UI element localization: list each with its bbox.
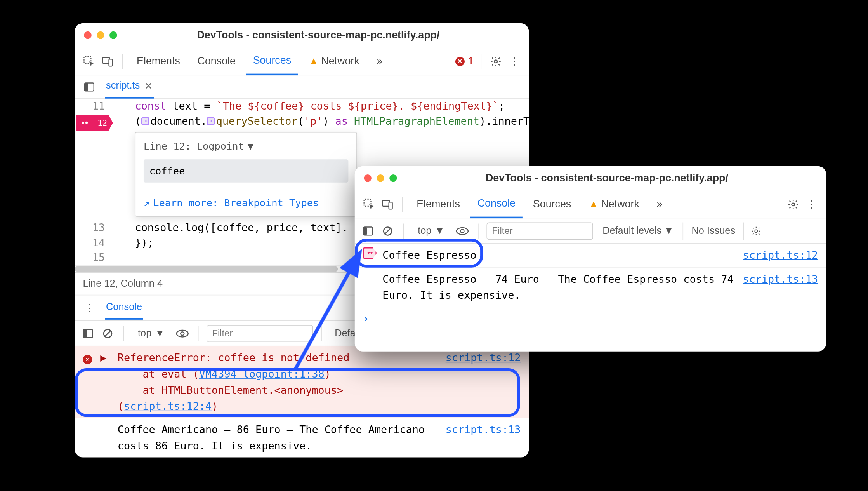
log-text: Coffee Americano – 86 Euro – The Coffee … — [118, 421, 440, 454]
traffic-lights — [364, 174, 397, 182]
log-source-link[interactable]: script.ts:13 — [743, 271, 818, 287]
live-expression-icon[interactable] — [175, 326, 190, 341]
error-badge[interactable]: ✕ 1 — [455, 55, 474, 67]
stack-link-vm[interactable]: VM4394 logpoint:1:38 — [199, 368, 325, 380]
file-tabs: script.ts ✕ — [75, 75, 529, 99]
device-toolbar-icon[interactable] — [380, 197, 395, 212]
svg-rect-5 — [85, 83, 88, 91]
svg-point-11 — [181, 331, 184, 335]
error-source-link[interactable]: script.ts:12 — [446, 350, 521, 366]
minimize-window-button[interactable] — [97, 31, 104, 39]
gutter-line-14[interactable]: 14 — [75, 235, 115, 250]
minimize-window-button[interactable] — [377, 174, 384, 182]
svg-line-9 — [105, 330, 111, 336]
close-window-button[interactable] — [84, 31, 91, 39]
breakpoint-editor: Line 12: Logpoint▼ ↗ Learn more: Breakpo… — [135, 132, 357, 217]
file-tab-label: script.ts — [106, 80, 140, 92]
logpoint-expression-input[interactable] — [149, 165, 343, 177]
gutter-line-11[interactable]: 11 — [75, 99, 115, 114]
inspect-element-icon[interactable] — [82, 54, 97, 69]
gutter-line-12[interactable]: •• 12 — [75, 113, 115, 129]
context-selector[interactable]: top▼ — [132, 325, 170, 341]
more-tabs-button[interactable]: » — [370, 48, 389, 75]
breakpoint-line-label: Line 12: — [144, 139, 191, 154]
clear-console-icon[interactable] — [380, 223, 395, 239]
tab-network[interactable]: ▲Network — [582, 191, 646, 218]
device-toolbar-icon[interactable] — [100, 54, 115, 69]
tab-console[interactable]: Console — [470, 191, 523, 218]
kebab-menu-icon[interactable]: ⋮ — [507, 54, 522, 69]
window-title: DevTools - consistent-source-map-pc.netl… — [397, 172, 817, 184]
clear-console-icon[interactable] — [100, 326, 115, 341]
breakpoint-learn-more-link[interactable]: ↗ Learn more: Breakpoint Types — [144, 195, 348, 211]
svg-rect-7 — [83, 329, 87, 337]
svg-point-3 — [495, 60, 497, 63]
console-messages: •• Coffee Espresso script.ts:12 Coffee E… — [355, 244, 826, 330]
console-messages: ✕ ▶ ReferenceError: coffee is not define… — [75, 346, 529, 457]
cursor-position: Line 12, Column 4 — [83, 278, 163, 290]
stack-link-script[interactable]: script.ts:12:4 — [124, 400, 212, 412]
svg-rect-18 — [363, 227, 367, 235]
tab-network[interactable]: ▲Network — [302, 48, 366, 75]
console-filter-input[interactable] — [207, 325, 313, 342]
log-source-link[interactable]: script.ts:13 — [446, 421, 521, 438]
settings-icon[interactable] — [488, 54, 503, 69]
file-tab-script-ts[interactable]: script.ts ✕ — [105, 75, 154, 98]
console-sidebar-icon[interactable] — [361, 223, 376, 239]
tab-network-label: Network — [321, 55, 359, 67]
context-selector[interactable]: top▼ — [412, 223, 450, 239]
console-settings-icon[interactable] — [748, 223, 764, 239]
tab-sources[interactable]: Sources — [526, 191, 578, 218]
live-expression-icon[interactable] — [455, 223, 470, 239]
svg-point-21 — [457, 227, 469, 234]
error-text: ReferenceError: coffee is not defined at… — [118, 350, 440, 414]
logpoint-source-link[interactable]: script.ts:12 — [743, 247, 818, 264]
console-logpoint-message: •• Coffee Espresso script.ts:12 — [355, 244, 826, 268]
svg-rect-2 — [109, 59, 113, 66]
close-tab-icon[interactable]: ✕ — [144, 80, 153, 92]
console-filter-input[interactable] — [487, 222, 593, 240]
gutter-line-15[interactable]: 15 — [75, 250, 115, 265]
logpoint-marker[interactable]: •• 12 — [76, 115, 113, 131]
more-tabs-button[interactable]: » — [650, 191, 670, 218]
error-icon: ✕ — [83, 355, 92, 364]
window-title: DevTools - consistent-source-map-pc.netl… — [117, 29, 519, 41]
error-icon: ✕ — [455, 57, 465, 66]
drawer-kebab-icon[interactable]: ⋮ — [82, 300, 97, 315]
panel-tabs: Elements Console Sources ▲Network » ⋮ — [355, 191, 826, 219]
svg-point-23 — [755, 230, 757, 232]
code-line-11: const text = `The ${coffee} costs ${pric… — [115, 99, 529, 114]
console-prompt[interactable]: › — [355, 307, 826, 330]
svg-point-16 — [792, 203, 794, 205]
console-log-message: Coffee Espresso – 74 Euro – The Coffee E… — [355, 268, 826, 307]
expand-icon[interactable]: ▶ — [100, 350, 112, 366]
logpoint-icon: •• — [363, 247, 377, 259]
zoom-window-button[interactable] — [109, 31, 117, 39]
code-line-12: (document.querySelector('p') as HTMLPara… — [115, 113, 529, 129]
zoom-window-button[interactable] — [389, 174, 397, 182]
breakpoint-type-select[interactable]: Logpoint▼ — [197, 139, 253, 154]
console-log-message: Coffee Americano – 86 Euro – The Coffee … — [75, 418, 529, 457]
tab-sources[interactable]: Sources — [246, 48, 298, 75]
tab-network-label: Network — [601, 198, 639, 210]
kebab-menu-icon[interactable]: ⋮ — [804, 197, 819, 212]
inspect-element-icon[interactable] — [362, 197, 377, 212]
drawer-tab-console[interactable]: Console — [105, 296, 143, 320]
svg-rect-14 — [382, 200, 389, 206]
devtools-window-console: DevTools - consistent-source-map-pc.netl… — [355, 166, 826, 352]
close-window-button[interactable] — [364, 174, 372, 182]
svg-line-20 — [385, 228, 391, 234]
gutter-line-13[interactable]: 13 — [75, 220, 115, 235]
tab-console[interactable]: Console — [191, 48, 243, 75]
show-navigator-icon[interactable] — [82, 79, 97, 94]
tab-elements[interactable]: Elements — [130, 48, 187, 75]
svg-point-10 — [177, 330, 189, 337]
log-levels-select[interactable]: Default levels▼ — [598, 225, 678, 237]
logpoint-text: Coffee Espresso — [382, 247, 737, 264]
settings-icon[interactable] — [786, 197, 801, 212]
tab-elements[interactable]: Elements — [410, 191, 467, 218]
console-sidebar-icon[interactable] — [81, 326, 96, 341]
console-toolbar: top▼ Default levels▼ No Issues — [355, 218, 826, 244]
title-bar: DevTools - consistent-source-map-pc.netl… — [355, 166, 826, 191]
issues-button[interactable]: No Issues — [683, 222, 744, 240]
